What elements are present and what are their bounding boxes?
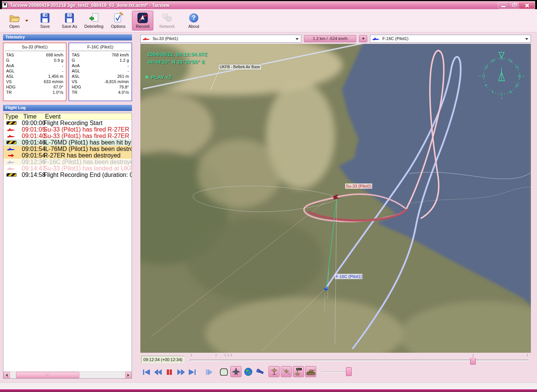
save-as-button[interactable]: ? Save As: [59, 11, 80, 31]
telemetry-box-su33[interactable]: Su-33 (Pilot1) TAS698 km/h G0.9 g AoA- A…: [3, 43, 66, 101]
open-folder-icon: [8, 12, 21, 24]
red-plane-icon: [6, 127, 16, 132]
su33-label[interactable]: Su-33 (Pilot1): [345, 183, 372, 189]
zoom-slider[interactable]: [322, 366, 356, 378]
rewind-button[interactable]: [153, 368, 163, 377]
table-row[interactable]: 09:01:54 IL-76MD (Pilot1) has been destr…: [3, 146, 132, 152]
open-button[interactable]: Open: [4, 11, 25, 31]
3d-viewport[interactable]: 2124273033N369121518 2004/06/22, 09:12:3…: [140, 44, 531, 353]
event-tick: [473, 354, 473, 357]
range-speed-button[interactable]: 1.2 km / -524 km/h: [304, 35, 357, 42]
telemetry-box-f16[interactable]: F-16C (Pilot1) TAS768 km/h G1.2 g AoA- A…: [69, 43, 132, 101]
close-button[interactable]: [519, 2, 535, 9]
left-object-select[interactable]: Su-33 (Pilot1): [140, 35, 301, 43]
cockpit-icon: [219, 368, 228, 376]
globe-view-toggle[interactable]: [243, 366, 254, 377]
about-icon: ?: [188, 12, 200, 24]
airbase-label[interactable]: UKFB - Belbek Air Base: [219, 64, 261, 70]
restore-button[interactable]: [509, 2, 519, 9]
about-label: About: [188, 24, 199, 29]
event-tick: [216, 354, 216, 357]
red-plane-icon: [6, 134, 16, 138]
event-tick: [527, 354, 527, 357]
flightlog-column-headers: Type Time Event: [3, 113, 132, 120]
aircraft-view-toggle[interactable]: [230, 366, 241, 377]
table-row[interactable]: 09:01:05 Su-33 (Pilot1) has fired R-27ER: [3, 126, 132, 133]
aircraft-stand-icon: [270, 368, 278, 376]
chevron-down-icon: [525, 38, 528, 40]
network-icon: [161, 12, 173, 24]
skip-to-end-button[interactable]: [187, 368, 197, 377]
labels-toggle[interactable]: [293, 366, 304, 377]
app-logo-icon: [2, 2, 8, 8]
save-button[interactable]: Save: [34, 11, 56, 31]
flightlog-header: Flight Log: [3, 105, 132, 111]
minimize-button[interactable]: [498, 2, 509, 9]
about-button[interactable]: ? About: [183, 11, 204, 31]
table-row[interactable]: 09:00:00 Flight Recording Start: [3, 120, 132, 126]
tacview-window: Tacview-20080419-201218 3go_test2_080419…: [0, 0, 537, 392]
title-bar[interactable]: Tacview-20080419-201218 3go_test2_080419…: [0, 1, 537, 9]
play-status[interactable]: PLAY ×2: [146, 74, 172, 80]
hazard-icon: [6, 121, 16, 125]
fast-forward-button[interactable]: [176, 368, 186, 377]
add-object-button[interactable]: +: [359, 35, 367, 42]
faded-blue-plane-icon: [6, 160, 16, 164]
timeline-thumb[interactable]: [470, 356, 476, 365]
svg-text:?: ?: [69, 13, 71, 17]
pause-button[interactable]: [164, 368, 174, 377]
telemetry-boxes: Su-33 (Pilot1) TAS698 km/h G0.9 g AoA- A…: [3, 43, 132, 101]
chevron-down-icon: [296, 38, 299, 40]
skip-to-start-button[interactable]: [141, 368, 151, 377]
table-row[interactable]: 09:12:36 F-16C (Pilot1) has been destroy…: [3, 159, 132, 165]
flightlog-horizontal-scrollbar[interactable]: [3, 371, 132, 378]
record-button[interactable]: Record: [132, 11, 153, 31]
trajectories-toggle[interactable]: [281, 366, 292, 377]
window-corner-right: [535, 0, 537, 9]
open-label: Open: [10, 24, 20, 29]
table-row[interactable]: 09:01:40 Su-33 (Pilot1) has fired R-27ER: [3, 133, 132, 139]
debriefing-label: Debriefing: [84, 24, 103, 29]
hazard-icon: [6, 173, 16, 177]
zoom-slider-thumb[interactable]: [346, 367, 352, 376]
object-markers-toggle[interactable]: [268, 366, 280, 377]
table-row[interactable]: 09:14:58 Flight Recording End (duration:…: [3, 172, 132, 178]
timeline-track[interactable]: [190, 360, 529, 361]
save-label: Save: [40, 24, 50, 29]
terrain-scene: 2124273033N369121518: [140, 44, 531, 353]
debriefing-button[interactable]: Debriefing: [83, 11, 105, 31]
scroll-right-button[interactable]: [125, 372, 132, 378]
ground-objects-toggle[interactable]: [305, 366, 316, 377]
main-toolbar: Open Save ? Save As Debriefing: [0, 9, 537, 32]
cockpit-view-toggle[interactable]: [218, 366, 229, 377]
flashlight-icon: [256, 368, 265, 376]
table-row[interactable]: 09:01:54 R-27ER has been destroyed: [3, 152, 132, 159]
table-row[interactable]: 09:14:47 Su-33 (Pilot1) has landed at UK…: [3, 165, 132, 172]
event-tick: [228, 354, 228, 357]
f16-label[interactable]: F-16C (Pilot1): [335, 274, 362, 279]
minimize-icon: [501, 6, 505, 7]
save-as-floppy-icon: ?: [63, 12, 76, 24]
svg-text:30: 30: [518, 74, 521, 78]
faded-pink-plane-icon: [6, 166, 16, 170]
options-button[interactable]: Options: [108, 11, 129, 31]
blue-plane-icon: [6, 147, 16, 151]
label-sign-icon: [294, 368, 303, 376]
network-label: Network: [159, 24, 175, 29]
object-selector-row: Su-33 (Pilot1) 1.2 km / -524 km/h + F-16…: [140, 34, 531, 43]
flashlight-toggle[interactable]: [255, 366, 266, 377]
scrollbar-track[interactable]: [10, 372, 125, 378]
right-object-select[interactable]: F-16C (Pilot1): [370, 35, 531, 43]
right-object-value: F-16C (Pilot1): [382, 36, 408, 41]
telemetry-header: Telemetry: [3, 34, 132, 40]
step-forward-button[interactable]: [204, 368, 214, 377]
svg-text:12: 12: [482, 74, 486, 78]
window-corner-left: [0, 0, 2, 9]
open-dropdown-arrow[interactable]: [25, 11, 29, 31]
left-object-value: Su-33 (Pilot1): [153, 36, 178, 41]
telemetry-title: Su-33 (Pilot1): [3, 43, 66, 51]
table-row[interactable]: 09:01:46 IL-76MD (Pilot1) has been hit b…: [3, 139, 132, 146]
timeline-slider[interactable]: [190, 353, 530, 366]
scroll-left-button[interactable]: [3, 372, 10, 378]
scrollbar-thumb[interactable]: [16, 372, 79, 378]
